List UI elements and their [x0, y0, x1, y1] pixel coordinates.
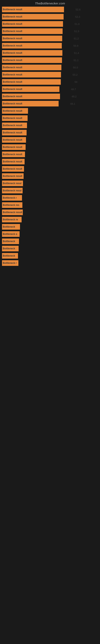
bar-row: Bottleneck o [0, 230, 100, 238]
bar-fill: Bottleneck resul [2, 188, 23, 194]
bar-value: 51.1 [74, 59, 79, 62]
bar-value: 49.2 [72, 95, 77, 98]
bar-value: 51.2 [74, 37, 79, 40]
bar-row: Bottleneck result [0, 129, 100, 136]
bar-fill: Bottleneck r [2, 195, 22, 201]
bar-fill: Bottleneck [2, 224, 20, 230]
bar-row: Bottleneck [0, 252, 100, 260]
bar-fill: Bottleneck result [2, 64, 61, 70]
bar-row: Bottleneck result52.3 [0, 13, 100, 20]
bar-label: Bottleneck result [3, 211, 22, 214]
bar-fill: Bottleneck result [2, 50, 62, 56]
bar-label: Bottleneck result [3, 8, 22, 11]
bar-row: Bottleneck result [0, 172, 100, 180]
bar-label: Bottleneck result [3, 146, 22, 148]
bar-label: Bottleneck resul [3, 189, 21, 192]
bar-row: Bottleneck result [0, 144, 100, 151]
bar-fill: Bottleneck res [2, 202, 22, 208]
bar-fill: Bottleneck result [2, 130, 27, 136]
bar-value: 48.7 [71, 88, 76, 91]
bar-label: Bottleneck result [3, 131, 22, 134]
bar-row: Bottleneck result [0, 209, 100, 216]
bar-label: Bottleneck resul [3, 182, 21, 185]
bar-value: 52.3 [75, 15, 80, 18]
bar-fill: Bottleneck result [2, 159, 25, 164]
bar-label: Bottleneck result [3, 110, 22, 112]
bar-row: Bottleneck result50.5 [0, 64, 100, 71]
bar-fill: Bottleneck result [2, 101, 59, 106]
bar-fill: Bottleneck result [2, 43, 62, 48]
bar-label: Bottleneck result [3, 37, 22, 40]
bar-row: Bottleneck result48.1 [0, 100, 100, 107]
bar-value: 50.9 [73, 44, 78, 47]
bar-label: Bottleneck result [3, 102, 22, 105]
bar-fill: Bottleneck result [2, 166, 24, 172]
bar-label: Bottleneck result [3, 22, 22, 25]
bar-label: Bottleneck result [3, 153, 22, 156]
bar-label: Bottleneck result [3, 88, 22, 90]
bar-row: Bottleneck re [0, 216, 100, 223]
bar-value: 52.6 [76, 8, 81, 11]
bar-row: Bottleneck r [0, 260, 100, 267]
bar-label: Bottleneck result [3, 73, 22, 76]
bar-label: Bottleneck r [3, 262, 17, 264]
bar-fill: Bottleneck result [2, 14, 64, 20]
bar-fill: Bottleneck [2, 253, 18, 258]
bar-label: Bottleneck result [3, 117, 22, 120]
bar-value: 51.4 [74, 52, 79, 54]
bar-row: Bottleneck result48.7 [0, 86, 100, 93]
bar-row: Bottleneck result [0, 114, 100, 122]
bar-label: Bottleneck result [3, 175, 22, 178]
bar-fill: Bottleneck result [2, 115, 28, 121]
bar-label: Bottleneck result [3, 44, 22, 47]
bar-label: Bottleneck [3, 254, 15, 257]
bar-row: Bottleneck resul [0, 187, 100, 194]
bar-fill: Bottleneck result [2, 21, 63, 27]
bar-fill: Bottleneck result [2, 72, 61, 78]
bar-label: Bottleneck re [3, 218, 18, 221]
bar-fill: Bottleneck result [2, 144, 26, 150]
bar-fill: Bottleneck result [2, 86, 59, 92]
bar-fill: Bottleneck result [2, 173, 24, 179]
bar-label: Bottleneck res [3, 204, 19, 206]
bar-row: Bottleneck result [0, 158, 100, 165]
bar-row: Bottleneck result [0, 151, 100, 158]
bar-row: Bottleneck [0, 245, 100, 252]
bar-row: Bottleneck [0, 223, 100, 230]
bar-value: 50.5 [73, 66, 78, 69]
bar-row: Bottleneck result [0, 136, 100, 144]
bars-container: Bottleneck result52.6Bottleneck result52… [0, 6, 100, 267]
bar-fill: Bottleneck result [2, 122, 27, 128]
bar-row: Bottleneck result50.2 [0, 71, 100, 78]
bar-label: Bottleneck result [3, 52, 22, 54]
page-header: TheBottlenecker.com [0, 0, 100, 6]
bar-value: 50.2 [73, 73, 78, 76]
bar-row: Bottleneck resul [0, 180, 100, 187]
bar-row: Bottleneck [0, 238, 100, 245]
bar-fill: Bottleneck result [2, 28, 63, 34]
bar-label: Bottleneck result [3, 66, 22, 69]
bar-fill: Bottleneck result [2, 79, 61, 85]
bar-row: Bottleneck result50.9 [0, 42, 100, 49]
bar-row: Bottleneck result [0, 122, 100, 129]
bar-fill: Bottleneck result [2, 36, 62, 41]
bar-label: Bottleneck result [3, 15, 22, 18]
bar-fill: Bottleneck [2, 246, 19, 251]
bar-row: Bottleneck r [0, 194, 100, 202]
bar-label: Bottleneck result [3, 59, 22, 62]
bar-label: Bottleneck result [3, 80, 22, 83]
bar-fill: Bottleneck result [2, 152, 25, 157]
bar-fill: Bottleneck result [2, 210, 23, 215]
bar-label: Bottleneck [3, 226, 15, 228]
bar-label: Bottleneck result [3, 30, 22, 32]
bar-label: Bottleneck [3, 240, 15, 243]
bar-row: Bottleneck result51.5 [0, 28, 100, 35]
bar-row: Bottleneck result51.8 [0, 20, 100, 28]
bar-fill: Bottleneck resul [2, 180, 23, 186]
bar-fill: Bottleneck result [2, 94, 60, 99]
bar-row: Bottleneck result49.2 [0, 93, 100, 100]
bar-fill: Bottleneck result [2, 137, 26, 143]
bar-row: Bottleneck result51.1 [0, 56, 100, 64]
bar-row: Bottleneck res [0, 202, 100, 209]
bar-row: Bottleneck result [0, 165, 100, 172]
